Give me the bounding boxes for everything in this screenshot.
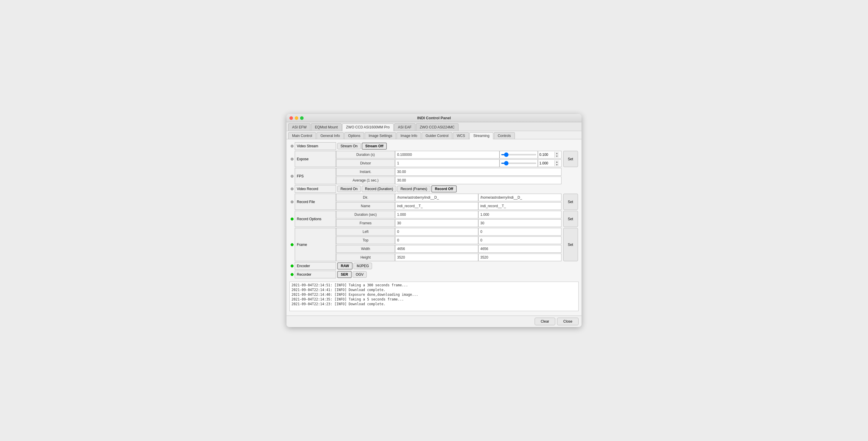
tab-wcs[interactable]: WCS: [453, 132, 469, 139]
frame-top-alt[interactable]: 0: [478, 236, 561, 244]
recorder-indicator-dot: [290, 273, 293, 276]
device-tab-asi-efw[interactable]: ASI EFW: [288, 123, 310, 131]
divisor-spin[interactable]: 1.000 ▲ ▼: [538, 159, 561, 167]
expose-label: Expose: [295, 151, 336, 167]
stream-on-button[interactable]: Stream On: [337, 143, 361, 149]
duration-spin-down[interactable]: ▼: [554, 155, 559, 158]
record-options-label: Record Options: [295, 211, 336, 227]
record-file-set-button[interactable]: Set: [563, 194, 578, 210]
encoder-indicator-dot: [290, 264, 293, 267]
frame-row: Frame Left 0 0 Top 0 0 Width 4656 4656: [289, 228, 579, 261]
tab-streaming[interactable]: Streaming: [469, 132, 493, 139]
record-options-frames-value[interactable]: 30: [395, 219, 478, 227]
divisor-spin-down[interactable]: ▼: [554, 163, 559, 166]
duration-spin[interactable]: 0.100 ▲ ▼: [538, 151, 561, 158]
divisor-value[interactable]: 1: [395, 159, 499, 167]
record-on-button[interactable]: Record On: [337, 186, 361, 192]
encoder-mjpeg-button[interactable]: MJPEG: [353, 263, 372, 269]
record-options-duration-label: Duration (sec): [336, 211, 395, 218]
record-options-indicator: [289, 211, 295, 227]
duration-value[interactable]: 0.100000: [395, 151, 499, 158]
frame-indicator-dot: [290, 243, 293, 246]
record-file-name-value[interactable]: indi_record__T_: [395, 202, 478, 210]
record-options-frames-label: Frames: [336, 219, 395, 227]
device-tab-zwo1600[interactable]: ZWO CCD ASI1600MM Pro: [342, 123, 394, 131]
divisor-slider[interactable]: [499, 159, 538, 167]
record-options-set-button[interactable]: Set: [563, 211, 578, 227]
log-line-3: 2021-09-04T22:14:35: [INFO] Taking a 5 s…: [291, 297, 577, 301]
record-file-name-alt[interactable]: indi_record__T_: [478, 202, 561, 210]
expose-indicator: [289, 151, 295, 167]
video-record-indicator: [289, 185, 295, 193]
record-file-set-container: Set: [562, 194, 579, 210]
frame-set-button[interactable]: Set: [563, 228, 578, 261]
tab-general-info[interactable]: General Info: [317, 132, 344, 139]
tab-image-info[interactable]: Image Info: [397, 132, 421, 139]
record-options-frames-alt[interactable]: 30: [478, 219, 561, 227]
frame-left-label: Left: [336, 228, 395, 236]
fps-average-label: Average (1 sec.): [336, 177, 395, 184]
expose-indicator-dot: [290, 158, 293, 160]
divisor-spin-up[interactable]: ▲: [554, 160, 559, 163]
record-off-button[interactable]: Record Off: [431, 185, 457, 193]
tab-image-settings[interactable]: Image Settings: [365, 132, 396, 139]
record-duration-button[interactable]: Record (Duration): [362, 186, 396, 192]
record-options-duration-row: Duration (sec) 1.000 1.000: [336, 211, 561, 218]
log-line-4: 2021-09-04T22:14:23: [INFO] Download com…: [291, 302, 577, 306]
recorder-ser-button[interactable]: SER: [337, 271, 352, 278]
minimize-window-button[interactable]: [295, 116, 298, 120]
fps-row: FPS Instant. 30.00 Average (1 sec.) 30.0…: [289, 168, 579, 184]
recorder-indicator: [289, 271, 295, 278]
expose-duration-row: Duration (s) 0.100000 0.100 ▲ ▼: [336, 151, 561, 158]
record-file-name-label: Name: [336, 202, 395, 210]
frame-width-value[interactable]: 4656: [395, 245, 478, 253]
encoder-row: Encoder RAW MJPEG: [289, 262, 579, 270]
log-area[interactable]: 2021-09-04T22:14:51: [INFO] Taking a 300…: [289, 282, 579, 311]
frame-height-row: Height 3520 3520: [336, 254, 561, 261]
fps-fields: Instant. 30.00 Average (1 sec.) 30.00: [336, 168, 561, 184]
encoder-raw-button[interactable]: RAW: [337, 262, 352, 269]
record-options-duration-value[interactable]: 1.000: [395, 211, 478, 218]
record-options-duration-alt[interactable]: 1.000: [478, 211, 561, 218]
tab-options[interactable]: Options: [344, 132, 364, 139]
frame-height-alt[interactable]: 3520: [478, 254, 561, 261]
expose-set-button[interactable]: Set: [563, 151, 578, 167]
record-file-dir-value[interactable]: /home/astroberry/indi__D_: [395, 194, 478, 201]
frame-height-value[interactable]: 3520: [395, 254, 478, 261]
tab-controls[interactable]: Controls: [494, 132, 515, 139]
duration-spin-up[interactable]: ▲: [554, 152, 559, 155]
frame-left-alt[interactable]: 0: [478, 228, 561, 236]
fps-indicator: [289, 168, 295, 184]
stream-off-button[interactable]: Stream Off: [362, 143, 387, 150]
expose-row: Expose Duration (s) 0.100000 0.100 ▲ ▼: [289, 151, 579, 167]
record-frames-button[interactable]: Record (Frames): [397, 186, 430, 192]
video-stream-label: Video Stream: [295, 142, 336, 150]
recorder-ogv-button[interactable]: OGV: [352, 271, 367, 278]
record-file-indicator: [289, 194, 295, 210]
device-tab-eqmod[interactable]: EQMod Mount: [311, 123, 341, 131]
frame-left-value[interactable]: 0: [395, 228, 478, 236]
fps-instant-value: 30.00: [395, 168, 561, 176]
frame-width-alt[interactable]: 4656: [478, 245, 561, 253]
tab-main-control[interactable]: Main Control: [288, 132, 316, 139]
log-line-1: 2021-09-04T22:14:41: [INFO] Download com…: [291, 288, 577, 292]
fps-average-row: Average (1 sec.) 30.00: [336, 177, 561, 184]
window-title: INDI Control Panel: [417, 116, 451, 120]
frame-label: Frame: [295, 228, 336, 261]
device-tab-zwo224[interactable]: ZWO CCD ASI224MC: [416, 123, 459, 131]
fps-label: FPS: [295, 168, 336, 184]
frame-top-label: Top: [336, 236, 395, 244]
video-stream-row: Video Stream Stream On Stream Off: [289, 142, 579, 150]
frame-top-value[interactable]: 0: [395, 236, 478, 244]
maximize-window-button[interactable]: [300, 116, 304, 120]
close-button[interactable]: Close: [557, 318, 579, 325]
record-file-dir-alt[interactable]: /home/astroberry/indi__D_: [478, 194, 561, 201]
clear-button[interactable]: Clear: [535, 318, 556, 325]
device-tab-asi-eaf[interactable]: ASI EAF: [394, 123, 415, 131]
close-window-button[interactable]: [289, 116, 293, 120]
duration-slider[interactable]: [499, 151, 538, 158]
frame-fields: Left 0 0 Top 0 0 Width 4656 4656 Height …: [336, 228, 561, 261]
tab-guider-control[interactable]: Guider Control: [422, 132, 452, 139]
title-bar: INDI Control Panel: [286, 114, 582, 122]
frame-left-row: Left 0 0: [336, 228, 561, 236]
